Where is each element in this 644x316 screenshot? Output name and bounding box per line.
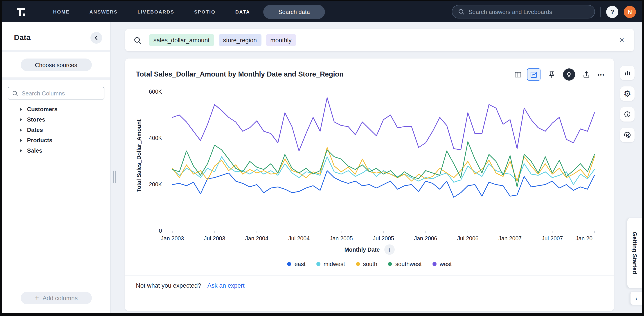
answer-card: Total Sales_Dollar_Amount by Monthly Dat… <box>125 58 614 311</box>
info-button[interactable] <box>620 107 634 122</box>
share-upload-icon <box>582 70 591 79</box>
legend-item-southwest[interactable]: southwest <box>388 261 422 268</box>
answer-card-header: Total Sales_Dollar_Amount by Monthly Dat… <box>125 58 614 80</box>
spotiq-insights-button[interactable] <box>563 68 575 80</box>
r-analysis-button[interactable]: R <box>620 128 634 142</box>
table-icon <box>514 70 522 78</box>
lightbulb-icon <box>566 71 573 78</box>
tree-item-stores[interactable]: Stores <box>2 114 110 125</box>
legend-item-west[interactable]: west <box>432 261 452 268</box>
svg-text:400K: 400K <box>149 135 162 141</box>
nav-item-answers[interactable]: ANSWERS <box>89 9 118 14</box>
table-view-button[interactable] <box>511 68 525 80</box>
tree-item-products[interactable]: Products <box>2 135 110 146</box>
thoughtspot-logo[interactable] <box>15 6 28 18</box>
line-chart-icon <box>530 70 538 78</box>
legend-label: southwest <box>395 261 422 268</box>
collapse-sidebar-button[interactable] <box>90 32 102 44</box>
user-avatar[interactable]: N <box>624 6 636 18</box>
tree-item-label: Dates <box>27 126 43 133</box>
svg-text:Jul 2004: Jul 2004 <box>288 235 310 241</box>
legend-item-south[interactable]: south <box>356 261 377 268</box>
getting-started-label: Getting Started <box>632 232 638 274</box>
chart-config-button[interactable] <box>620 66 634 80</box>
expand-icon[interactable] <box>20 149 22 152</box>
search-data-button[interactable]: Search data <box>263 5 325 19</box>
tree-item-customers[interactable]: Customers <box>2 104 110 114</box>
expand-icon[interactable] <box>20 138 22 142</box>
column-tree: Customers Stores Dates Products Sales <box>2 104 110 156</box>
global-search-placeholder: Search answers and Liveboards <box>468 8 552 15</box>
choose-sources-button[interactable]: Choose sources <box>20 58 92 71</box>
expand-icon[interactable] <box>20 128 22 132</box>
tree-item-label: Customers <box>27 106 58 112</box>
nav-item-liveboards[interactable]: LIVEBOARDS <box>138 9 174 14</box>
sidebar-separator <box>2 50 110 52</box>
thoughtspot-logo-icon <box>16 6 28 18</box>
help-button[interactable]: ? <box>606 6 618 18</box>
pin-button[interactable] <box>547 70 556 79</box>
svg-text:Jan 2006: Jan 2006 <box>414 235 437 241</box>
legend-dot <box>316 262 320 266</box>
query-search-bar[interactable]: sales_dollar_amount store_region monthly… <box>125 29 634 51</box>
tree-item-label: Sales <box>27 147 42 154</box>
tree-item-dates[interactable]: Dates <box>2 125 110 135</box>
legend-item-east[interactable]: east <box>287 261 306 268</box>
ask-expert-link[interactable]: Ask an expert <box>208 282 244 289</box>
nav-item-data[interactable]: DATA <box>235 9 250 14</box>
gear-icon: ⚙ <box>624 89 631 98</box>
legend-label: west <box>440 261 452 268</box>
tree-item-sales[interactable]: Sales <box>2 146 110 156</box>
share-button[interactable] <box>582 70 591 79</box>
nav-item-home[interactable]: HOME <box>53 9 70 14</box>
add-columns-button[interactable]: + Add columns <box>21 292 92 304</box>
collapse-right-panel-button[interactable]: ‹ <box>630 292 642 305</box>
query-token-monthly[interactable]: monthly <box>266 34 296 46</box>
chart-view-button[interactable] <box>527 68 540 80</box>
sort-ascending-button[interactable]: ↑ <box>384 244 394 255</box>
nav-item-spotiq[interactable]: SPOTIQ <box>194 9 216 14</box>
nav-divider <box>600 7 601 17</box>
svg-text:Jan 20...: Jan 20... <box>576 235 597 241</box>
query-token-sales-dollar-amount[interactable]: sales_dollar_amount <box>149 34 214 46</box>
chevron-left-icon <box>93 35 100 41</box>
svg-text:600K: 600K <box>149 88 162 95</box>
more-options-button[interactable]: ••• <box>598 72 605 77</box>
search-icon <box>133 36 142 44</box>
search-columns-input[interactable]: Search Columns <box>8 87 104 100</box>
svg-text:Jan 2003: Jan 2003 <box>161 235 184 241</box>
expand-icon[interactable] <box>20 118 22 121</box>
tree-item-label: Stores <box>27 116 45 123</box>
x-axis-title-row: Monthly Date ↑ <box>125 244 614 255</box>
svg-text:Jul 2007: Jul 2007 <box>542 235 563 241</box>
app-body: Data Choose sources Search Columns <box>2 22 642 313</box>
legend-label: east <box>294 261 306 268</box>
app-root: HOME ANSWERS LIVEBOARDS SPOTIQ DATA Sear… <box>0 0 644 316</box>
r-analysis-icon: R <box>623 130 632 140</box>
svg-text:200K: 200K <box>149 181 162 188</box>
top-nav: HOME ANSWERS LIVEBOARDS SPOTIQ DATA Sear… <box>2 1 642 22</box>
footer-question: Not what you expected? <box>136 282 201 289</box>
line-chart[interactable]: 0200K400K600KJan 2003Jul 2003Jan 2004Jul… <box>130 82 608 241</box>
svg-text:0: 0 <box>159 228 162 234</box>
global-search-input[interactable]: Search answers and Liveboards <box>452 5 595 18</box>
app-frame: HOME ANSWERS LIVEBOARDS SPOTIQ DATA Sear… <box>2 1 642 313</box>
plus-icon: + <box>35 294 39 302</box>
query-token-store-region[interactable]: store_region <box>218 34 261 46</box>
getting-started-tab[interactable]: Getting Started <box>627 218 642 288</box>
answer-card-footer: Not what you expected? Ask an expert <box>125 275 614 289</box>
chart-area: Total Sales_Dollar_Amount 0200K400K600KJ… <box>130 82 608 241</box>
settings-button[interactable]: ⚙ <box>620 86 634 101</box>
svg-text:Jan 2004: Jan 2004 <box>245 235 268 241</box>
choose-sources-row: Choose sources <box>2 52 110 78</box>
answer-card-actions: ••• <box>511 68 605 80</box>
legend-item-midwest[interactable]: midwest <box>316 261 345 268</box>
clear-search-button[interactable]: × <box>617 36 627 44</box>
tree-item-label: Products <box>27 137 52 144</box>
svg-text:Jul 2003: Jul 2003 <box>204 235 225 241</box>
primary-nav: HOME ANSWERS LIVEBOARDS SPOTIQ DATA <box>53 9 250 14</box>
search-icon <box>458 8 465 15</box>
expand-icon[interactable] <box>20 107 22 111</box>
bar-chart-icon <box>623 69 632 77</box>
chart-legend: east midwest south southwest west <box>125 261 614 268</box>
